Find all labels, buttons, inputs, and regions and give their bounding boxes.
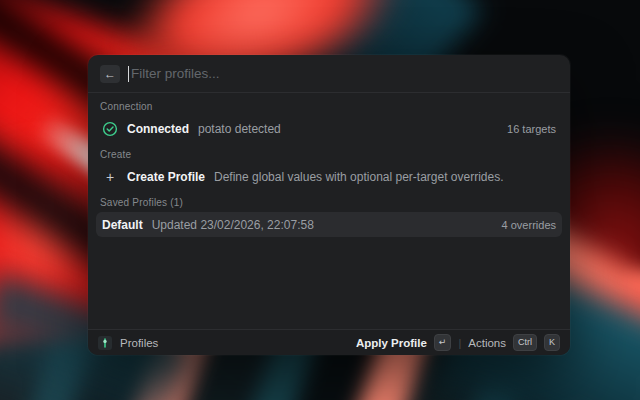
section-label-connection: Connection	[96, 93, 562, 116]
back-arrow-icon: ←	[104, 68, 116, 80]
item-subtitle: Define global values with optional per-t…	[214, 170, 504, 184]
item-title: Connected	[127, 122, 189, 136]
footer-divider: |	[458, 337, 461, 349]
section-label-saved-profiles: Saved Profiles (1)	[96, 189, 562, 212]
ctrl-key-badge: Ctrl	[513, 334, 537, 351]
plus-icon: +	[102, 169, 118, 185]
item-subtitle: potato detected	[198, 122, 281, 136]
profiles-command-palette: ← Connection Connected potato detected 1…	[88, 55, 570, 355]
footer-app-label: Profiles	[120, 337, 158, 349]
search-bar: ←	[88, 55, 570, 93]
k-key-badge: K	[544, 334, 560, 351]
item-accessory: 4 overrides	[492, 219, 556, 231]
apply-profile-button[interactable]: Apply Profile	[356, 337, 427, 349]
footer-actions: Apply Profile ↵ | Actions Ctrl K	[356, 334, 560, 351]
back-button[interactable]: ←	[100, 65, 120, 83]
actions-button[interactable]: Actions	[468, 337, 506, 349]
item-title: Default	[102, 218, 143, 232]
check-circle-icon	[102, 121, 118, 137]
profiles-extension-icon	[98, 336, 112, 350]
section-label-create: Create	[96, 141, 562, 164]
item-subtitle: Updated 23/02/2026, 22:07:58	[152, 218, 314, 232]
list-item-create-profile[interactable]: + Create Profile Define global values wi…	[96, 164, 562, 189]
search-input[interactable]	[129, 66, 558, 81]
list-item-default-profile[interactable]: Default Updated 23/02/2026, 22:07:58 4 o…	[96, 212, 562, 237]
item-title: Create Profile	[127, 170, 205, 184]
palette-footer: Profiles Apply Profile ↵ | Actions Ctrl …	[88, 329, 570, 355]
item-accessory: 16 targets	[497, 123, 556, 135]
list-item-connected[interactable]: Connected potato detected 16 targets	[96, 116, 562, 141]
enter-key-badge: ↵	[434, 334, 452, 351]
search-field-wrap	[128, 66, 558, 82]
results-list: Connection Connected potato detected 16 …	[88, 93, 570, 329]
